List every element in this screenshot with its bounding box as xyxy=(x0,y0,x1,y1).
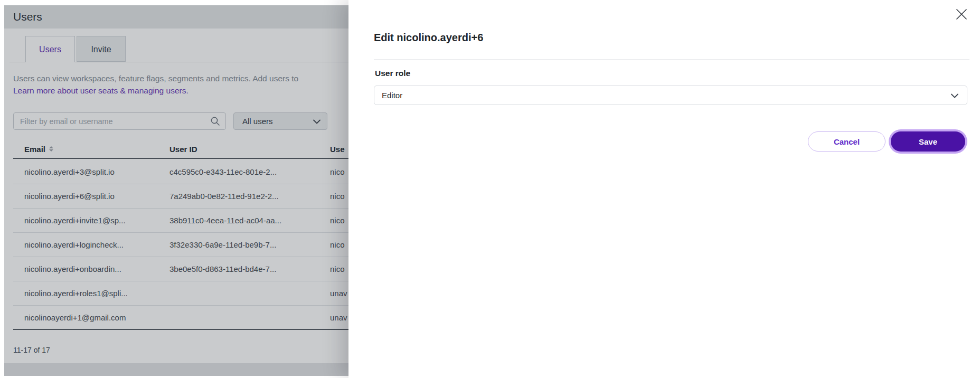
save-button[interactable]: Save xyxy=(891,131,965,152)
cancel-button[interactable]: Cancel xyxy=(808,131,885,152)
chevron-down-icon xyxy=(951,93,958,98)
screen: Users Users Invite Users can view worksp… xyxy=(0,0,980,378)
close-icon xyxy=(955,7,968,21)
user-role-select[interactable]: Editor xyxy=(374,86,967,105)
user-role-select-value: Editor xyxy=(382,86,402,105)
close-button[interactable] xyxy=(955,7,968,21)
modal-divider xyxy=(374,59,969,60)
modal-title: Edit nicolino.ayerdi+6 xyxy=(374,32,483,44)
edit-user-modal: Edit nicolino.ayerdi+6 User role Editor … xyxy=(348,0,980,378)
user-role-label: User role xyxy=(375,69,410,78)
modal-backdrop[interactable] xyxy=(4,5,348,376)
